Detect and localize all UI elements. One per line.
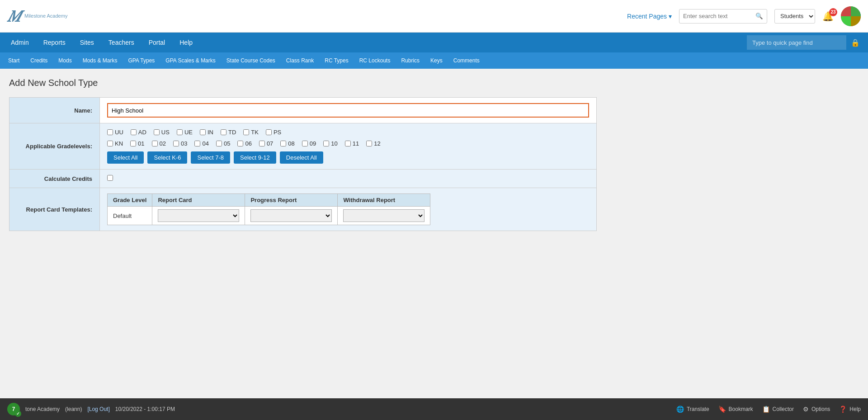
grade-09[interactable]: 09	[302, 140, 316, 147]
options-icon: ⚙	[803, 406, 809, 413]
students-dropdown[interactable]: Students	[774, 9, 815, 24]
rc-progress-report-cell	[245, 207, 338, 225]
grade-uu[interactable]: UU	[107, 129, 123, 136]
subnav-gpa-scales[interactable]: GPA Scales & Marks	[161, 52, 220, 69]
logo-text: Milestone Academy	[24, 13, 67, 19]
grade-tk[interactable]: TK	[243, 129, 259, 136]
grade-01[interactable]: 01	[130, 140, 144, 147]
calculate-credits-row: Calculate Credits	[9, 170, 597, 188]
subnav-keys[interactable]: Keys	[426, 52, 447, 69]
rc-col-grade-level: Grade Level	[108, 194, 152, 207]
footer-user: (leann)	[65, 406, 82, 412]
subnav-start[interactable]: Start	[4, 52, 24, 69]
subnav-comments[interactable]: Comments	[449, 52, 484, 69]
subnav-mods-marks[interactable]: Mods & Marks	[78, 52, 122, 69]
recent-pages-label: Recent Pages	[627, 13, 667, 20]
options-button[interactable]: ⚙ Options	[803, 406, 830, 413]
footer-right: 🌐 Translate 🔖 Bookmark 📋 Collector ⚙ Opt…	[676, 406, 861, 413]
translate-icon: 🌐	[676, 406, 684, 413]
grade-row-1: UU AD US UE IN TD TK PS	[107, 129, 589, 136]
grade-06[interactable]: 06	[237, 140, 251, 147]
subnav-mods[interactable]: Mods	[54, 52, 76, 69]
grade-kn[interactable]: KN	[107, 140, 123, 147]
grade-ad[interactable]: AD	[131, 129, 146, 136]
translate-label: Translate	[687, 406, 709, 412]
top-header: 𝑀 Milestone Academy Recent Pages ▾ 🔍 Stu…	[0, 0, 868, 33]
select-78-button[interactable]: Select 7-8	[191, 151, 230, 164]
page-title: Add New School Type	[9, 78, 859, 88]
collector-button[interactable]: 📋 Collector	[762, 406, 794, 413]
calculate-credits-checkbox[interactable]	[107, 175, 113, 181]
grade-12[interactable]: 12	[366, 140, 380, 147]
nav-item-admin[interactable]: Admin	[4, 33, 36, 52]
grade-row-2: KN 01 02 03 04 05 06 07 08 09 10 11 12	[107, 140, 589, 147]
search-input[interactable]	[679, 13, 752, 19]
nav-item-sites[interactable]: Sites	[73, 33, 101, 52]
lock-icon[interactable]: 🔒	[846, 38, 864, 47]
grade-td[interactable]: TD	[221, 129, 236, 136]
subnav-rubrics[interactable]: Rubrics	[396, 52, 424, 69]
quick-find-input[interactable]	[747, 35, 846, 50]
calculate-credits-label: Calculate Credits	[9, 170, 100, 188]
grade-10[interactable]: 10	[323, 140, 337, 147]
report-card-templates-row: Report Card Templates: Grade Level Repor…	[9, 188, 597, 231]
report-card-cell: Grade Level Report Card Progress Report …	[100, 188, 597, 231]
name-input[interactable]	[107, 103, 589, 118]
report-card-label: Report Card Templates:	[9, 188, 100, 231]
deselect-all-button[interactable]: Deselect All	[280, 151, 323, 164]
subnav-gpa-types[interactable]: GPA Types	[123, 52, 159, 69]
search-box: 🔍	[679, 9, 767, 24]
nav-item-portal[interactable]: Portal	[142, 33, 173, 52]
select-k6-button[interactable]: Select K-6	[147, 151, 187, 164]
main-content: Add New School Type Name: Applicable Gra…	[0, 69, 868, 398]
recent-pages-button[interactable]: Recent Pages ▾	[627, 13, 672, 20]
search-icon[interactable]: 🔍	[752, 13, 767, 19]
grade-ps[interactable]: PS	[266, 129, 281, 136]
rc-col-report-card: Report Card	[152, 194, 245, 207]
subnav-credits[interactable]: Credits	[26, 52, 52, 69]
nav-item-help[interactable]: Help	[172, 33, 200, 52]
rc-withdrawal-report-select[interactable]	[343, 209, 425, 222]
grade-in[interactable]: IN	[200, 129, 213, 136]
footer-school-name: tone Academy	[25, 406, 60, 412]
grade-04[interactable]: 04	[194, 140, 208, 147]
nav-item-reports[interactable]: Reports	[36, 33, 73, 52]
subnav-class-rank[interactable]: Class Rank	[282, 52, 318, 69]
svg-rect-1	[851, 6, 861, 16]
translate-button[interactable]: 🌐 Translate	[676, 406, 709, 413]
select-912-button[interactable]: Select 9-12	[234, 151, 276, 164]
help-button[interactable]: ❓ Help	[839, 406, 861, 413]
rc-progress-report-select[interactable]	[250, 209, 332, 222]
collector-icon: 📋	[762, 406, 770, 413]
svg-rect-0	[841, 6, 851, 16]
bookmark-button[interactable]: 🔖 Bookmark	[718, 406, 753, 413]
help-label: Help	[849, 406, 861, 412]
grade-08[interactable]: 08	[280, 140, 294, 147]
sub-nav: Start Credits Mods Mods & Marks GPA Type…	[0, 52, 868, 69]
nav-item-teachers[interactable]: Teachers	[101, 33, 142, 52]
rc-withdrawal-report-cell	[338, 207, 430, 225]
name-row: Name:	[9, 98, 597, 123]
grade-11[interactable]: 11	[345, 140, 359, 147]
svg-rect-3	[851, 16, 861, 26]
grade-buttons: Select All Select K-6 Select 7-8 Select …	[107, 151, 589, 164]
top-right-area: Recent Pages ▾ 🔍 Students 🔔 23	[627, 6, 861, 26]
calculate-credits-cell	[100, 170, 597, 188]
grade-03[interactable]: 03	[173, 140, 187, 147]
notification-badge: 23	[829, 8, 837, 16]
rc-report-card-select[interactable]	[158, 209, 239, 222]
footer: 7 ✓ tone Academy (leann) [Log Out] 10/20…	[0, 398, 868, 420]
grade-02[interactable]: 02	[152, 140, 166, 147]
subnav-state-course-codes[interactable]: State Course Codes	[222, 52, 280, 69]
footer-logout[interactable]: [Log Out]	[87, 406, 109, 412]
subnav-rc-types[interactable]: RC Types	[320, 52, 353, 69]
gradelevels-row: Applicable Gradelevels: UU AD US UE IN T…	[9, 123, 597, 170]
avatar	[841, 6, 861, 26]
subnav-rc-lockouts[interactable]: RC Lockouts	[355, 52, 395, 69]
grade-05[interactable]: 05	[216, 140, 230, 147]
grade-us[interactable]: US	[154, 129, 170, 136]
grade-07[interactable]: 07	[259, 140, 273, 147]
select-all-button[interactable]: Select All	[107, 151, 144, 164]
grade-ue[interactable]: UE	[177, 129, 193, 136]
name-label: Name:	[9, 98, 100, 123]
